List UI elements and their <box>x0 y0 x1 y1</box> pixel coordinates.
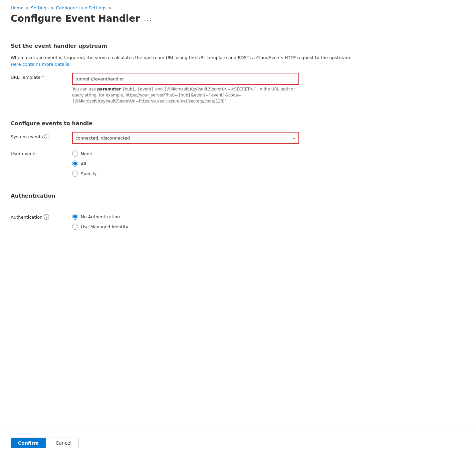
system-events-select-wrapper: connected, disconnected connected discon… <box>72 132 299 144</box>
user-events-all-radio[interactable] <box>72 161 78 167</box>
user-events-none-label: None <box>81 151 92 156</box>
system-events-row: System events i connected, disconnected … <box>11 132 356 144</box>
user-events-none-option[interactable]: None <box>72 151 299 157</box>
user-events-none-radio[interactable] <box>72 151 78 157</box>
user-events-label: User events <box>11 149 64 156</box>
auth-managed-identity-label: Use Managed Identity <box>81 224 128 229</box>
authentication-row: Authentication i No Authentication Use M… <box>11 212 356 230</box>
user-events-row: User events None All Specify <box>11 149 356 177</box>
user-events-specify-option[interactable]: Specify <box>72 171 299 177</box>
url-template-hint: You can use parameter {hub}, {event} and… <box>72 86 299 104</box>
user-events-all-option[interactable]: All <box>72 161 299 167</box>
more-details-link[interactable]: Here contains more details. <box>11 62 70 67</box>
authentication-label: Authentication i <box>11 212 64 220</box>
url-template-row: URL Template * You can use parameter {hu… <box>11 73 356 104</box>
auth-none-label: No Authentication <box>81 214 120 219</box>
page-title: Configure Event Handler <box>11 13 140 24</box>
authentication-section-title: Authentication <box>11 193 356 199</box>
auth-none-option[interactable]: No Authentication <box>72 214 299 220</box>
authentication-radio-group: No Authentication Use Managed Identity <box>72 212 299 230</box>
breadcrumb-sep-2: > <box>51 6 54 10</box>
user-events-control: None All Specify <box>72 149 299 177</box>
breadcrumb: Home > Settings > Configure Hub Settings… <box>11 5 356 10</box>
breadcrumb-settings[interactable]: Settings <box>31 5 48 10</box>
upstream-description: When a certain event is triggered, the s… <box>11 54 356 67</box>
breadcrumb-configure-hub[interactable]: Configure Hub Settings <box>56 5 106 10</box>
upstream-section-title: Set the event handler upstream <box>11 43 356 49</box>
authentication-control: No Authentication Use Managed Identity <box>72 212 299 230</box>
url-template-label: URL Template * <box>11 73 64 80</box>
authentication-info-icon[interactable]: i <box>44 214 49 220</box>
system-events-select[interactable]: connected, disconnected connected discon… <box>73 133 298 143</box>
more-options-icon[interactable]: ... <box>144 15 152 23</box>
user-events-radio-group: None All Specify <box>72 149 299 177</box>
auth-managed-identity-option[interactable]: Use Managed Identity <box>72 224 299 230</box>
user-events-all-label: All <box>81 161 86 166</box>
url-template-input[interactable] <box>73 73 298 84</box>
required-star: * <box>42 75 44 80</box>
url-template-control: You can use parameter {hub}, {event} and… <box>72 73 299 104</box>
breadcrumb-home[interactable]: Home <box>11 5 23 10</box>
system-events-select-container: connected, disconnected connected discon… <box>73 133 298 143</box>
configure-section-title: Configure events to handle <box>11 120 356 127</box>
auth-managed-identity-radio[interactable] <box>72 224 78 230</box>
cancel-button[interactable]: Cancel <box>49 438 78 448</box>
auth-none-radio[interactable] <box>72 214 78 220</box>
breadcrumb-sep-3: > <box>108 6 112 10</box>
system-events-info-icon[interactable]: i <box>44 134 49 139</box>
system-events-control: connected, disconnected connected discon… <box>72 132 299 144</box>
breadcrumb-sep-1: > <box>25 6 29 10</box>
user-events-specify-label: Specify <box>81 171 96 176</box>
system-events-label: System events i <box>11 132 64 139</box>
confirm-button[interactable]: Confirm <box>11 438 46 448</box>
user-events-specify-radio[interactable] <box>72 171 78 177</box>
footer-bar: Confirm Cancel <box>0 431 476 455</box>
url-input-wrapper <box>72 73 299 85</box>
